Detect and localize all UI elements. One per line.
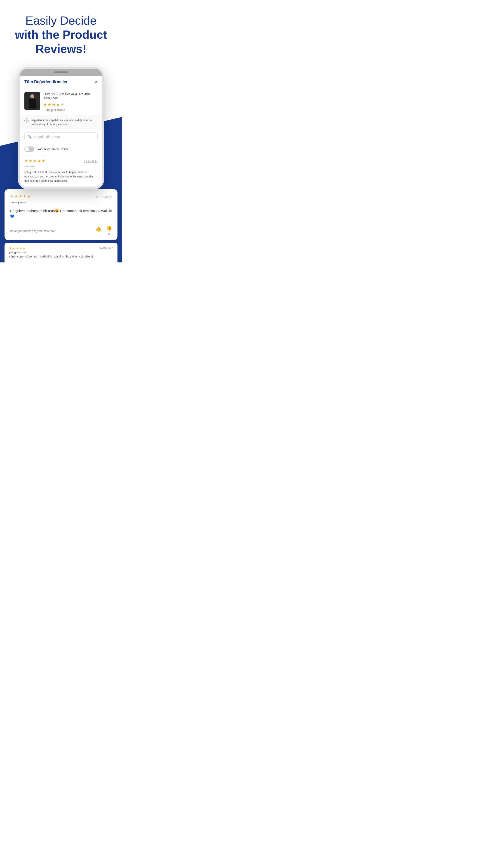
info-note: i Değerlendirme yapabilmek için satın al… <box>20 116 102 129</box>
n-star-1: ★ <box>9 246 12 250</box>
phone-section: Tüm Değerlendirmeler × LCW BASIC Bisikle… <box>0 63 122 189</box>
star-2: ★ <box>48 102 51 107</box>
product-info: LCW BASIC Bisiklet Yaka Düz Uzun Kollu K… <box>43 92 98 112</box>
next-review-peek: ★ ★ ★ ★ ★ 07.01.2022 t*** g********* süp… <box>4 243 118 262</box>
thumbs-down-icon: 👎 <box>106 226 112 232</box>
review-user-hidden: ***** ***** <box>24 166 98 168</box>
phone-top-bar <box>20 69 102 76</box>
review-card-text: Gerçekten muhteşem bir ürün🤩 Her zaman t… <box>10 208 112 219</box>
toggle-switch[interactable] <box>24 147 34 152</box>
thumbs-up-icon: 👍 <box>95 226 101 232</box>
modal-title: Tüm Değerlendirmeler <box>24 80 68 84</box>
next-review-date: 07.01.2022 <box>99 246 113 250</box>
star-4: ★ <box>56 102 60 107</box>
modal-close-button[interactable]: × <box>95 79 98 85</box>
star-3: ★ <box>52 102 56 107</box>
r-star-5: ★ <box>41 158 45 163</box>
review-card-footer: Bu değerlendirme faydalı oldu mu? 👍 0 👎 … <box>10 223 112 236</box>
review-text-phone: çok güzel bir kazak. ince yumuşacık. boğ… <box>24 170 98 183</box>
search-bar[interactable]: 🔍 Değerlendirme Ara <box>24 132 98 141</box>
star-5: ★ <box>61 102 64 107</box>
bottom-card-section: ★ ★ ★ ★ ★ 21.02.2022 T**** A***** Gerçek… <box>0 189 122 262</box>
n-star-5: ★ <box>23 246 26 250</box>
phone-mockup: Tüm Değerlendirmeler × LCW BASIC Bisikle… <box>18 67 104 189</box>
header-title-bold: with the Product Reviews! <box>9 28 113 56</box>
review-meta: ★ ★ ★ ★ ★ 22.12.2021 <box>24 158 98 165</box>
c-star-2: ★ <box>14 194 18 199</box>
info-icon: i <box>24 119 29 123</box>
thumbs-up-count: 0 <box>98 232 99 236</box>
next-review-user: t*** g********* <box>9 251 113 254</box>
r-star-2: ★ <box>29 158 32 163</box>
review-card-date: 21.02.2022 <box>96 195 112 199</box>
thumbs-down-count: 0 <box>108 232 110 236</box>
search-icon: 🔍 <box>28 135 32 138</box>
product-image <box>24 92 40 110</box>
product-name: LCW BASIC Bisiklet Yaka Düz Uzun Kollu K… <box>43 92 98 100</box>
product-row: LCW BASIC Bisiklet Yaka Düz Uzun Kollu K… <box>20 88 102 115</box>
r-star-4: ★ <box>37 158 41 163</box>
next-review-meta: ★ ★ ★ ★ ★ 07.01.2022 <box>9 246 113 250</box>
c-star-5: ★ <box>27 194 31 199</box>
thumbs-up-button[interactable]: 👍 0 <box>95 226 101 236</box>
toggle-row: Yorum içerenleri Göster <box>20 144 102 155</box>
c-star-1: ★ <box>10 194 13 199</box>
helpful-question: Bu değerlendirme faydalı oldu mu? <box>10 229 56 232</box>
review-date: 22.12.2021 <box>84 160 98 163</box>
review-card-user: T**** A***** <box>10 202 112 205</box>
r-star-3: ★ <box>33 158 37 163</box>
header-title-light: Easily Decide <box>9 13 113 28</box>
c-star-4: ★ <box>23 194 26 199</box>
product-stars: ★ ★ ★ ★ ★ <box>43 102 98 107</box>
header-section: Easily Decide with the Product Reviews! <box>0 0 122 63</box>
c-star-3: ★ <box>19 194 22 199</box>
modal-header: Tüm Değerlendirmeler × <box>20 76 102 88</box>
vote-buttons: 👍 0 👎 0 <box>95 226 112 236</box>
card-stars: ★ ★ ★ ★ ★ <box>10 194 31 199</box>
r-star-1: ★ <box>24 158 28 163</box>
n-star-3: ★ <box>16 246 19 250</box>
review-card: ★ ★ ★ ★ ★ 21.02.2022 T**** A***** Gerçek… <box>4 189 118 240</box>
info-text: Değerlendirme yapabilmek için satın aldı… <box>31 118 98 126</box>
thumbs-down-button[interactable]: 👎 0 <box>106 226 112 236</box>
review-card-meta: ★ ★ ★ ★ ★ 21.02.2022 <box>10 194 112 200</box>
modal-panel: Tüm Değerlendirmeler × LCW BASIC Bisikle… <box>20 76 102 186</box>
phone-speaker <box>54 71 68 73</box>
n-star-2: ★ <box>12 246 15 250</box>
review-count: 18 Değerlendirme <box>43 108 98 112</box>
next-review-stars: ★ ★ ★ ★ ★ <box>9 246 26 250</box>
review-stars: ★ ★ ★ ★ ★ <box>24 158 45 163</box>
star-1: ★ <box>43 102 47 107</box>
n-star-4: ★ <box>19 246 22 250</box>
next-review-text: süper süper süper, tam bedeninizi alabil… <box>9 254 113 259</box>
review-item-phone: ★ ★ ★ ★ ★ 22.12.2021 ***** ***** çok güz… <box>20 155 102 187</box>
toggle-label: Yorum içerenleri Göster <box>37 147 68 151</box>
search-placeholder: Değerlendirme Ara <box>33 135 60 138</box>
